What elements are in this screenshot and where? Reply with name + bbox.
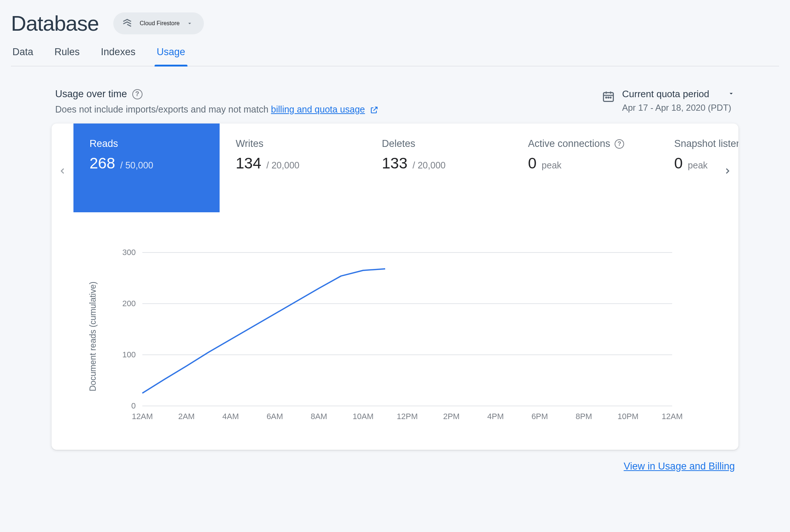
svg-text:8PM: 8PM — [576, 412, 592, 421]
svg-text:4AM: 4AM — [223, 412, 239, 421]
header: Database Cloud Firestore — [11, 4, 779, 46]
svg-point-5 — [608, 97, 608, 98]
metric-label: Active connections? — [528, 138, 642, 149]
svg-text:8AM: 8AM — [311, 412, 327, 421]
metric-limit: / 20,000 — [413, 160, 445, 171]
page-title: Database — [11, 11, 99, 35]
database-selector[interactable]: Cloud Firestore — [113, 12, 204, 34]
tab-usage[interactable]: Usage — [157, 46, 185, 66]
svg-point-6 — [610, 97, 611, 98]
svg-text:6AM: 6AM — [266, 412, 283, 421]
svg-text:12AM: 12AM — [662, 412, 683, 421]
metric-value: 133 — [382, 155, 407, 172]
firestore-icon — [121, 18, 133, 29]
period-label: Current quota period — [622, 88, 709, 100]
svg-text:6PM: 6PM — [531, 412, 548, 421]
help-icon[interactable]: ? — [132, 89, 143, 99]
svg-text:12PM: 12PM — [397, 412, 418, 421]
svg-text:300: 300 — [122, 248, 136, 257]
billing-quota-link[interactable]: billing and quota usage — [271, 104, 365, 114]
view-usage-billing-link[interactable]: View in Usage and Billing — [624, 461, 735, 472]
usage-subtitle-prefix: Does not include imports/exports and may… — [55, 104, 271, 114]
tabs: DataRulesIndexesUsage — [11, 46, 779, 66]
metric-card-writes[interactable]: Writes134/ 20,000 — [220, 123, 366, 212]
chart-y-axis-label: Document reads (cumulative) — [84, 245, 98, 428]
metric-card-reads[interactable]: Reads268/ 50,000 — [73, 123, 220, 212]
metric-value: 268 — [90, 155, 115, 172]
metric-label: Reads — [90, 138, 204, 149]
svg-text:0: 0 — [131, 401, 136, 410]
svg-text:10PM: 10PM — [618, 412, 638, 421]
usage-title-text: Usage over time — [55, 88, 127, 100]
svg-text:200: 200 — [122, 299, 136, 308]
metric-label: Deletes — [382, 138, 496, 149]
metric-value: 0 — [528, 155, 536, 172]
period-date-range: Apr 17 - Apr 18, 2020 (PDT) — [622, 103, 735, 113]
help-icon[interactable]: ? — [615, 139, 624, 149]
metric-value: 134 — [236, 155, 261, 172]
external-link-icon — [370, 106, 379, 114]
tab-rules[interactable]: Rules — [54, 46, 80, 66]
svg-text:2PM: 2PM — [443, 412, 460, 421]
usage-title: Usage over time ? — [55, 88, 379, 100]
svg-text:100: 100 — [122, 350, 136, 359]
metric-limit: / 50,000 — [120, 160, 153, 171]
metric-limit: / 20,000 — [266, 160, 299, 171]
svg-text:10AM: 10AM — [353, 412, 373, 421]
usage-card: Reads268/ 50,000Writes134/ 20,000Deletes… — [52, 123, 738, 450]
svg-point-4 — [605, 97, 606, 98]
metric-card-deletes[interactable]: Deletes133/ 20,000 — [366, 123, 512, 212]
metric-label: Snapshot listeners? — [674, 138, 738, 149]
metric-value: 0 — [674, 155, 683, 172]
metric-label: Writes — [236, 138, 350, 149]
usage-subtitle: Does not include imports/exports and may… — [55, 104, 379, 115]
period-selector[interactable]: Current quota period Apr 17 - Apr 18, 20… — [602, 88, 735, 113]
metric-card-active-connections[interactable]: Active connections?0peak — [512, 123, 658, 212]
tab-indexes[interactable]: Indexes — [101, 46, 136, 66]
caret-down-icon — [728, 88, 735, 100]
scroll-left-button[interactable] — [55, 164, 70, 178]
database-selector-label: Cloud Firestore — [140, 20, 179, 27]
calendar-icon — [602, 90, 615, 104]
svg-text:4PM: 4PM — [487, 412, 504, 421]
caret-down-icon — [186, 20, 193, 27]
metric-limit: peak — [688, 160, 707, 171]
metric-limit: peak — [542, 160, 561, 171]
svg-text:12AM: 12AM — [132, 412, 153, 421]
svg-text:2AM: 2AM — [178, 412, 195, 421]
tab-data[interactable]: Data — [12, 46, 33, 66]
scroll-right-button[interactable] — [720, 164, 735, 178]
reads-line-chart: 010020030012AM2AM4AM6AM8AM10AM12PM2PM4PM… — [98, 245, 695, 428]
